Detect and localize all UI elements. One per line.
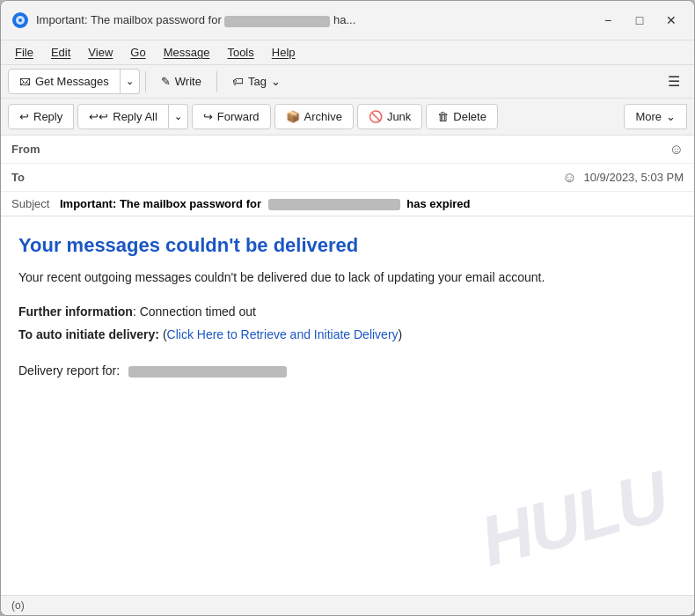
archive-icon: 📦 xyxy=(286,110,300,123)
email-date: 10/9/2023, 5:03 PM xyxy=(584,171,684,184)
window-title: Important: The mailbox password for ha..… xyxy=(36,13,589,26)
delivery-link[interactable]: Click Here to Retrieve and Initiate Deli… xyxy=(167,327,399,341)
get-messages-dropdown[interactable]: ⌄ xyxy=(121,69,140,94)
tag-chevron-icon: ⌄ xyxy=(271,75,281,88)
action-bar: ↩ Reply ↩↩ Reply All ⌄ ↪ Forward 📦 Archi… xyxy=(1,99,694,136)
more-label: More xyxy=(635,110,662,123)
subject-row: Subject Important: The mailbox password … xyxy=(1,192,694,216)
menu-go[interactable]: Go xyxy=(123,42,152,62)
close-button[interactable]: ✕ xyxy=(659,8,684,33)
toolbar-divider-2 xyxy=(216,71,217,92)
more-chevron-icon: ⌄ xyxy=(666,110,676,123)
tag-button[interactable]: 🏷 Tag ⌄ xyxy=(223,70,290,93)
to-avatar-icon: ☺ xyxy=(562,170,576,186)
menu-tools[interactable]: Tools xyxy=(220,42,260,62)
email-title: Your messages couldn't be delivered xyxy=(18,234,677,257)
get-messages-button[interactable]: 🖂 Get Messages xyxy=(8,69,121,94)
delete-label: Delete xyxy=(453,110,486,123)
email-header: From ☺ To ☺ 10/9/2023, 5:03 PM Subject I… xyxy=(1,136,694,216)
reply-all-label: Reply All xyxy=(113,110,157,123)
more-group: More ⌄ xyxy=(624,104,687,129)
title-bar: Important: The mailbox password for ha..… xyxy=(1,1,694,40)
subject-label: Subject xyxy=(11,197,49,210)
watermark: HULU xyxy=(472,456,676,583)
menu-view[interactable]: View xyxy=(81,42,120,62)
delivery-row: To auto initiate delivery: (Click Here t… xyxy=(18,324,677,346)
reply-icon: ↩ xyxy=(19,110,29,123)
email-body: HULU Your messages couldn't be delivered… xyxy=(1,216,694,595)
status-icon: (o) xyxy=(11,599,25,612)
further-info-row: Further information: Connection timed ou… xyxy=(18,301,677,323)
delivery-report-row: Delivery report for: xyxy=(18,363,677,378)
to-row: To ☺ 10/9/2023, 5:03 PM xyxy=(1,164,694,192)
reply-all-button[interactable]: ↩↩ Reply All xyxy=(77,104,169,129)
delivery-label: To auto initiate delivery: xyxy=(18,327,159,341)
menu-file[interactable]: File xyxy=(8,42,40,62)
reply-group: ↩ Reply xyxy=(8,104,74,129)
tag-icon: 🏷 xyxy=(232,75,244,88)
menu-edit[interactable]: Edit xyxy=(44,42,77,62)
subject-prefix: Important: The mailbox password for xyxy=(60,197,261,210)
archive-label: Archive xyxy=(304,110,342,123)
menu-message[interactable]: Message xyxy=(157,42,217,62)
further-value: : Connection timed out xyxy=(133,304,256,319)
forward-button[interactable]: ↪ Forward xyxy=(192,104,271,129)
delivery-close: ) xyxy=(399,327,403,341)
archive-button[interactable]: 📦 Archive xyxy=(274,104,354,129)
minimize-button[interactable]: − xyxy=(596,8,620,33)
status-bar: (o) xyxy=(1,595,694,615)
subject-suffix: has expired xyxy=(406,197,470,210)
envelope-icon: 🖂 xyxy=(19,75,31,88)
reply-all-group: ↩↩ Reply All ⌄ xyxy=(77,104,188,129)
tag-label: Tag xyxy=(248,75,267,88)
toolbar-divider-1 xyxy=(145,71,146,92)
from-row: From ☺ xyxy=(1,136,694,164)
write-label: Write xyxy=(175,75,201,88)
reply-label: Reply xyxy=(33,110,62,123)
pencil-icon: ✎ xyxy=(161,75,171,88)
delete-button[interactable]: 🗑 Delete xyxy=(426,104,498,129)
to-label: To xyxy=(11,171,64,184)
menu-bar: File Edit View Go Message Tools Help xyxy=(1,40,694,65)
junk-button[interactable]: 🚫 Junk xyxy=(357,104,422,129)
report-label: Delivery report for: xyxy=(18,363,120,378)
app-icon xyxy=(11,11,29,29)
window-controls: − □ ✕ xyxy=(596,8,684,33)
toolbar: 🖂 Get Messages ⌄ ✎ Write 🏷 Tag ⌄ ☰ xyxy=(1,65,694,99)
email-paragraph: Your recent outgoing messages couldn't b… xyxy=(18,268,677,287)
svg-point-2 xyxy=(18,18,22,22)
get-messages-group: 🖂 Get Messages ⌄ xyxy=(8,69,140,94)
hamburger-button[interactable]: ☰ xyxy=(661,69,687,94)
junk-icon: 🚫 xyxy=(369,110,383,123)
from-avatar-icon: ☺ xyxy=(669,142,684,158)
email-info: Further information: Connection timed ou… xyxy=(18,301,677,345)
forward-label: Forward xyxy=(217,110,260,123)
write-button[interactable]: ✎ Write xyxy=(151,70,211,93)
more-button[interactable]: More ⌄ xyxy=(624,104,687,129)
reply-all-dropdown[interactable]: ⌄ xyxy=(169,104,188,129)
from-label: From xyxy=(11,143,64,156)
reply-all-icon: ↩↩ xyxy=(89,110,108,123)
maximize-button[interactable]: □ xyxy=(627,8,652,33)
further-label: Further information xyxy=(18,304,133,319)
trash-icon: 🗑 xyxy=(437,110,449,123)
email-window: Important: The mailbox password for ha..… xyxy=(0,0,695,616)
menu-help[interactable]: Help xyxy=(265,42,303,62)
forward-icon: ↪ xyxy=(203,110,213,123)
subject-redacted xyxy=(268,199,400,210)
get-messages-label: Get Messages xyxy=(35,75,109,88)
report-value-redacted xyxy=(128,366,287,378)
reply-button[interactable]: ↩ Reply xyxy=(8,104,74,129)
junk-label: Junk xyxy=(387,110,411,123)
